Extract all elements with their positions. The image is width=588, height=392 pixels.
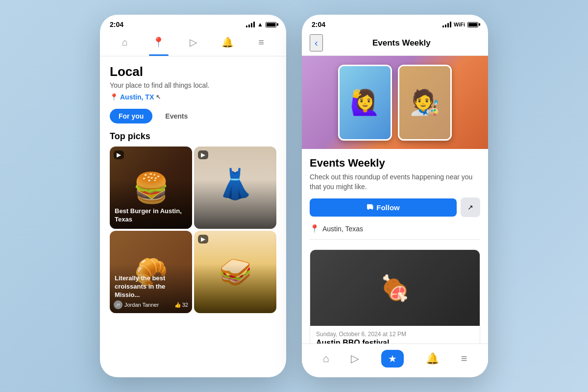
home-icon: ⌂ [122,37,128,48]
bottom-local-icon: ★ [388,353,397,365]
tab-for-you[interactable]: For you [110,109,152,123]
burger-label: Best Burger in Austin, Texas [115,207,187,224]
bottom-nav-home[interactable]: ⌂ [318,350,334,367]
card-fashion[interactable]: ▶ [194,147,276,229]
video-badge-burger: ▶ [114,150,124,159]
bell-icon: 🔔 [221,36,234,48]
page-header: Local Your place to find all things loca… [100,56,286,105]
author-avatar: JT [114,300,122,309]
action-row: ⛟ Follow ↗ [310,197,480,217]
tab-events[interactable]: Events [156,109,196,123]
location-pin-icon: 📍 [110,93,118,101]
menu-icon: ≡ [258,37,264,48]
bottom-video-icon: ▷ [351,352,359,365]
hero-photo-1: 🙋‍♀️ [338,65,392,141]
video-icon: ▷ [190,36,197,48]
play-icon-2: ▶ [201,151,205,158]
nav-menu[interactable]: ≡ [252,35,270,50]
card-croissant[interactable]: JT Jordan Tanner 👍 32 Literally the best… [110,231,192,313]
follow-button[interactable]: ⛟ Follow [310,198,457,217]
right-battery-icon [467,22,478,27]
nav-video[interactable]: ▷ [184,34,203,50]
left-signal [246,22,255,27]
location-text: Austin, TX [120,93,154,101]
follow-icon: ⛟ [367,203,373,211]
right-time: 2:04 [312,21,325,28]
location-row-pin-icon: 📍 [310,224,319,233]
bottom-nav-local[interactable]: ★ [376,348,409,369]
location-row-text: Austin, Texas [322,225,363,233]
bottom-nav-bell[interactable]: 🔔 [421,350,444,367]
bottom-bell-icon: 🔔 [426,352,439,365]
right-signal [442,22,451,27]
follow-label: Follow [376,203,400,212]
bottom-home-icon: ⌂ [322,352,329,365]
hero-banner: 🙋‍♀️ 🧑‍🎨 [302,56,488,149]
events-page-name: Events Weekly [310,157,480,170]
left-wifi-icon: ▲ [257,21,263,28]
croissant-label: Literally the best croissants in the Mis… [115,274,187,299]
card-burger[interactable]: ▶ Best Burger in Austin, Texas [110,147,192,229]
section-title: Top picks [100,129,286,147]
right-bottom-nav: ⌂ ▷ ★ 🔔 ≡ [302,343,488,377]
event-image: 🍖 [310,250,480,326]
bottom-menu-icon: ≡ [461,352,467,365]
events-page-desc: Check out this roundup of events happeni… [310,172,480,192]
left-status-bar: 2:04 ▲ [100,15,286,30]
thumbs-up-icon: 👍 [174,302,181,308]
bottom-nav-menu[interactable]: ≡ [456,350,472,367]
event-date: Sunday, October 6, 2024 at 12 PM [316,331,474,338]
detail-title: Events Weekly [323,38,480,48]
nav-local[interactable]: 📍 [147,34,171,50]
back-button[interactable]: ‹ [310,34,323,51]
nav-home[interactable]: ⌂ [116,35,134,50]
video-badge-sandwich: ▶ [198,235,208,244]
card-likes: 👍 32 [174,302,188,308]
right-phone: 2:04 WiFi ‹ Events Weekly 🙋‍♀ [302,15,488,377]
play-icon: ▶ [117,151,121,158]
page-subtitle: Your place to find all things local. [110,81,276,89]
nav-bell[interactable]: 🔔 [216,34,240,50]
right-status-bar: 2:04 WiFi [302,15,488,30]
play-icon-3: ▶ [201,236,205,243]
local-pin-icon: 📍 [152,36,165,48]
page-title: Local [110,64,276,79]
right-wifi-icon: WiFi [454,22,465,27]
left-time: 2:04 [110,21,123,28]
left-battery-icon [266,22,276,27]
card-author: JT Jordan Tanner [114,300,159,309]
share-icon: ↗ [467,203,473,211]
event-card[interactable]: 🍖 Sunday, October 6, 2024 at 12 PM Austi… [310,249,480,355]
left-phone: 2:04 ▲ ⌂ 📍 ▷ [100,15,286,377]
video-badge-fashion: ▶ [198,150,208,159]
picks-grid: ▶ Best Burger in Austin, Texas ▶ JT [100,147,286,313]
right-status-icons: WiFi [442,22,478,27]
bottom-nav-video[interactable]: ▷ [346,350,364,367]
location-row: 📍 Austin, Texas [310,224,480,240]
page-info: Events Weekly Check out this roundup of … [302,149,488,244]
tab-bar: For you Events [100,105,286,129]
location-tag[interactable]: 📍 Austin, TX ↖ [110,93,276,101]
left-nav-bar: ⌂ 📍 ▷ 🔔 ≡ [100,30,286,56]
detail-header: ‹ Events Weekly [302,30,488,56]
author-name: Jordan Tanner [124,302,159,308]
likes-count: 32 [182,302,188,308]
hero-photo-2: 🧑‍🎨 [398,65,452,141]
share-button[interactable]: ↗ [461,197,480,217]
card-sandwich[interactable]: ▶ [194,231,276,313]
left-status-icons: ▲ [246,21,276,28]
